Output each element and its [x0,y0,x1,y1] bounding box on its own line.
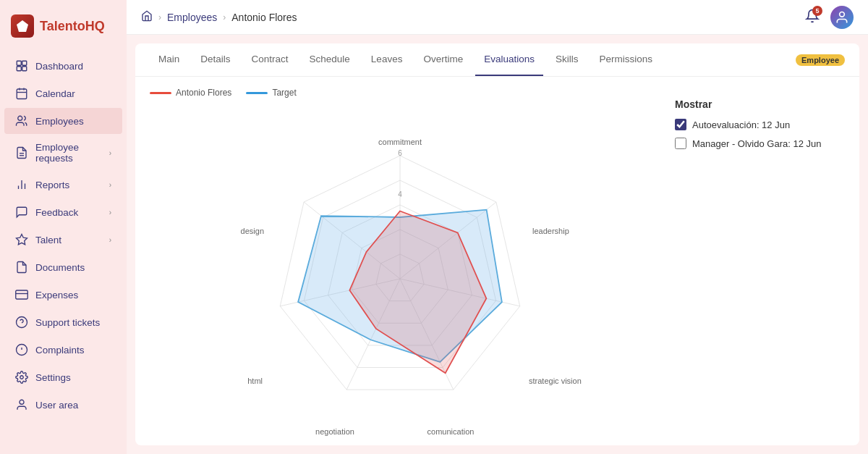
notification-badge: 5 [812,6,822,16]
main-area: › Employees › Antonio Flores 5 Main Deta… [127,0,868,454]
calendar-icon [15,87,28,100]
sidebar-item-reports[interactable]: Reports › [4,172,122,198]
legend-target-line [246,92,268,94]
sidebar-item-documents[interactable]: Documents [4,254,122,280]
legend-target: Target [246,88,296,98]
content: Main Details Contract Schedule Leaves Ov… [127,35,868,454]
sidebar: TalentoHQ Dashboard Calendar Employees E… [0,0,127,454]
check-manager[interactable]: Manager - Olvido Gara: 12 Jun [675,138,834,149]
sidebar-item-support-tickets[interactable]: Support tickets [4,309,122,335]
radar-chart: commitment leadership strategic vision c… [154,109,646,434]
dashboard-icon [15,59,28,72]
logo-text: TalentoHQ [40,19,105,34]
sidebar-item-calendar[interactable]: Calendar [4,80,122,106]
svg-marker-0 [17,20,28,32]
legend-antonio-label: Antonio Flores [176,88,231,98]
legend-antonio-line [150,92,171,94]
employees-icon [15,114,28,127]
axis-label-leadership: leadership [532,227,569,235]
sidebar-logo: TalentoHQ [0,7,127,52]
chart-container: Antonio Flores Target [150,88,650,434]
axis-label-commitment: commitment [378,138,422,146]
svg-point-18 [17,317,27,328]
user-avatar[interactable] [830,6,854,29]
notifications-button[interactable]: 5 [805,9,820,25]
sidebar-label-employee-requests: Employee requests [35,142,102,164]
svg-rect-4 [22,67,27,71]
check-manager-label: Manager - Olvido Gara: 12 Jun [692,138,821,149]
breadcrumb: › Employees › Antonio Flores [141,10,798,24]
breadcrumb-employees[interactable]: Employees [167,12,217,23]
tabs-bar: Main Details Contract Schedule Leaves Ov… [135,43,859,77]
svg-rect-2 [22,61,27,65]
checkbox-manager[interactable] [675,138,686,149]
user-area-icon [15,398,28,411]
sidebar-label-documents: Documents [35,262,85,273]
sidebar-item-feedback[interactable]: Feedback › [4,199,122,225]
svg-rect-16 [16,290,28,299]
sidebar-label-settings: Settings [35,372,71,383]
header: › Employees › Antonio Flores 5 [127,0,868,35]
employee-badge: Employee [796,54,845,66]
legend-antonio: Antonio Flores [150,88,231,98]
legend-target-label: Target [272,88,296,98]
tab-main[interactable]: Main [150,43,188,76]
tab-schedule[interactable]: Schedule [301,43,359,76]
documents-icon [15,261,28,274]
talent-icon [15,233,28,246]
sidebar-item-user-area[interactable]: User area [4,392,122,418]
svg-point-24 [20,400,24,404]
sidebar-item-expenses[interactable]: Expenses [4,282,122,308]
svg-point-23 [20,376,24,379]
svg-rect-5 [17,89,27,99]
tab-evaluations[interactable]: Evaluations [475,43,543,76]
svg-rect-3 [17,67,21,71]
scale-label-4: 4 [398,190,402,198]
home-icon[interactable] [141,10,153,24]
axis-label-html: html [247,377,263,385]
header-right: 5 [805,6,854,29]
sidebar-item-complaints[interactable]: Complaints [4,337,122,363]
tab-details[interactable]: Details [192,43,239,76]
sidebar-label-talent: Talent [35,235,61,245]
settings-icon [15,371,28,384]
chevron-right-icon: › [109,181,111,189]
axis-label-design: design [240,227,263,235]
sidebar-label-user-area: User area [35,400,78,411]
tab-overtime[interactable]: Overtime [414,43,472,76]
sidebar-item-employee-requests[interactable]: Employee requests › [4,135,122,170]
sidebar-item-employees[interactable]: Employees [4,108,122,134]
content-inner: Main Details Contract Schedule Leaves Ov… [135,43,859,445]
tab-contract[interactable]: Contract [243,43,297,76]
chart-area: Antonio Flores Target [135,77,859,445]
chart-legend: Antonio Flores Target [150,88,650,98]
check-autoevaluacion[interactable]: Autoevaluación: 12 Jun [675,119,834,130]
sidebar-label-dashboard: Dashboard [35,61,83,72]
mostrar-panel: Mostrar Autoevaluación: 12 Jun Manager -… [664,88,845,434]
sidebar-item-talent[interactable]: Talent › [4,227,122,253]
breadcrumb-sep-1: › [158,12,161,22]
chevron-right-icon: › [109,236,111,244]
logo-icon [11,14,34,38]
scale-label-6: 6 [398,149,402,157]
complaints-icon [15,343,28,356]
tab-skills[interactable]: Skills [547,43,587,76]
axis-label-strategic: strategic vision [529,377,582,385]
svg-point-9 [18,116,22,120]
sidebar-label-calendar: Calendar [35,88,75,99]
tab-leaves[interactable]: Leaves [362,43,412,76]
reports-icon [15,178,28,191]
svg-point-25 [840,12,845,17]
svg-rect-1 [17,61,21,65]
check-autoevaluacion-label: Autoevaluación: 12 Jun [692,119,790,130]
sidebar-label-complaints: Complaints [35,345,85,356]
sidebar-label-employees: Employees [35,116,84,127]
breadcrumb-sep-2: › [223,12,226,22]
tab-permissions[interactable]: Permissions [590,43,661,76]
sidebar-item-dashboard[interactable]: Dashboard [4,53,122,79]
axis-label-negotiation: negotiation [315,427,354,436]
sidebar-item-settings[interactable]: Settings [4,364,122,390]
sidebar-label-support-tickets: Support tickets [35,317,100,328]
mostrar-title: Mostrar [675,98,834,110]
checkbox-autoevaluacion[interactable] [675,119,686,130]
